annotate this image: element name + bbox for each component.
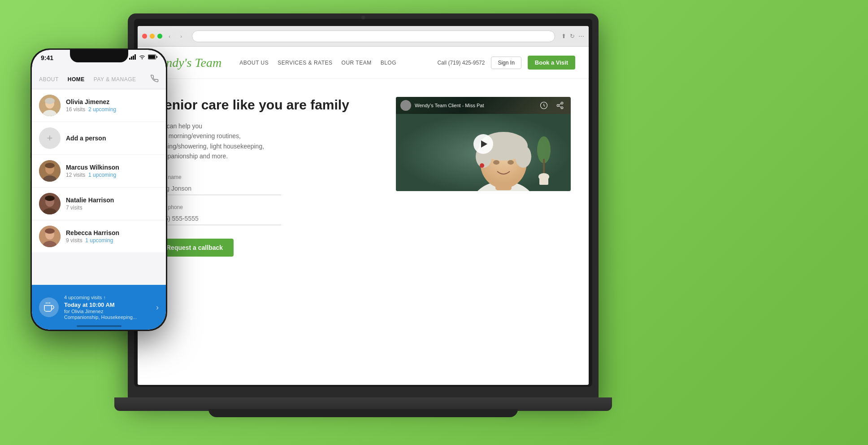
laptop-body: ‹ › ⬆ ↻ ⋯ Wendy's Team ABOUT US [128,13,599,399]
svg-point-15 [480,163,484,168]
list-item-olivia[interactable]: Olivia Jimenez 16 visits 2 upcoming [32,89,166,122]
phone-body: 9:41 ABOUT [30,48,167,331]
svg-rect-23 [135,54,136,60]
phone-inner: 9:41 ABOUT [32,50,166,330]
video-title: Wendy's Team Client - Miss Pat [415,103,534,108]
avatar-natalie [39,193,61,214]
tab-about[interactable]: ABOUT [39,76,59,83]
browser-address-bar[interactable] [192,31,555,42]
wifi-icon [139,54,146,61]
laptop-camera [361,16,365,19]
phone-silent-button [30,107,31,120]
notif-main-line: Today at 10:00 AM [64,301,151,308]
phone-call-icon[interactable] [151,74,159,84]
site-header-right: Call (719) 425-9572 Sign In Book a Visit [437,56,575,70]
rebecca-name: Rebecca Harrison [66,229,159,236]
hero-video[interactable]: Wendy's Team Client - Miss Pat [396,97,571,191]
svg-point-2 [557,105,559,107]
notification-icon [39,297,59,317]
svg-point-14 [508,160,514,165]
browser-dot-minimize[interactable] [150,34,155,39]
avatar-rebecca [39,226,61,247]
tab-home[interactable]: HOME [68,76,85,83]
nav-services-rates[interactable]: SERVICES & RATES [278,60,332,66]
svg-point-13 [493,160,499,165]
form-name-label: Your name [156,174,378,180]
browser-share-icon[interactable]: ⬆ [561,33,566,39]
svg-rect-22 [133,56,134,60]
olivia-name: Olivia Jimenez [66,98,159,105]
natalie-name: Natalie Harrison [66,196,159,204]
website-content: Wendy's Team ABOUT US SERVICES & RATES O… [138,47,589,385]
phone-time: 9:41 [41,54,53,61]
laptop-screen-bezel: ‹ › ⬆ ↻ ⋯ Wendy's Team ABOUT US [134,19,592,387]
list-item-marcus[interactable]: Marcus Wilkinson 12 visits 1 upcoming [32,155,166,188]
browser-forward-button[interactable]: › [177,32,186,41]
svg-point-12 [515,145,531,168]
hero-desc-line3: bathing/showering, light housekeeping, [156,143,264,150]
phone-notification-bar[interactable]: 4 upcoming visits ↑ Today at 10:00 AM fo… [32,285,166,330]
avatar-marcus [39,160,61,182]
browser-toolbar: ⬆ ↻ ⋯ [561,33,584,39]
battery-icon [148,54,158,61]
phone-status-icons [129,54,158,61]
browser-dot-maximize[interactable] [157,34,162,39]
phone-tabs: ABOUT HOME PAY & MANAGE [32,70,166,89]
svg-point-31 [45,98,55,104]
phone: 9:41 ABOUT [30,48,167,331]
form-name-input[interactable] [156,182,281,195]
signal-icon [129,54,136,61]
site-header: Wendy's Team ABOUT US SERVICES & RATES O… [138,47,589,79]
site-phone: Call (719) 425-9572 [437,60,485,66]
list-item-rebecca[interactable]: Rebecca Harrison 9 visits 1 upcoming [32,220,166,253]
notif-sub-line2: Companionship, Housekeeping... [64,314,151,320]
browser-menu-icon[interactable]: ⋯ [578,33,584,39]
nav-blog[interactable]: BLOG [381,60,396,66]
browser-back-button[interactable]: ‹ [165,32,174,41]
rebecca-visits: 9 visits 1 upcoming [66,237,159,244]
video-watch-icon[interactable] [538,99,550,112]
list-item-add[interactable]: + Add a person [32,122,166,155]
site-nav: ABOUT US SERVICES & RATES OUR TEAM BLOG [239,60,428,66]
olivia-info: Olivia Jimenez 16 visits 2 upcoming [66,98,159,113]
book-visit-button[interactable]: Book a Visit [528,56,575,70]
svg-point-39 [45,196,55,201]
svg-rect-21 [131,57,132,60]
list-item-natalie[interactable]: Natalie Harrison 7 visits [32,188,166,220]
laptop-screen: ‹ › ⬆ ↻ ⋯ Wendy's Team ABOUT US [138,26,589,385]
video-share-icon[interactable] [554,99,566,112]
laptop-foot [208,409,518,417]
browser-dot-close[interactable] [142,34,147,39]
svg-rect-20 [129,58,130,60]
svg-rect-19 [539,176,548,185]
browser-chrome: ‹ › ⬆ ↻ ⋯ [138,26,589,47]
nav-about-us[interactable]: ABOUT US [239,60,269,66]
svg-point-3 [561,107,563,109]
svg-point-43 [45,228,55,234]
notification-arrow-icon: › [156,303,159,312]
video-top-bar: Wendy's Team Client - Miss Pat [396,97,571,114]
phone-screen: 9:41 ABOUT [32,50,166,330]
phone-power-button [167,120,167,149]
tab-pay-manage[interactable]: PAY & MANAGE [94,76,136,83]
notif-top-line: 4 upcoming visits ↑ [64,295,151,300]
phone-people-list: Olivia Jimenez 16 visits 2 upcoming + A [32,89,166,285]
olivia-visits: 16 visits 2 upcoming [66,106,159,113]
play-icon [481,140,487,148]
hero-left: Senior care like you are family We can h… [156,97,378,257]
form-phone-label: Your phone [156,204,378,210]
callback-button[interactable]: Request a callback [156,239,234,257]
hero-title: Senior care like you are family [156,97,378,113]
phone-notch [70,50,128,62]
svg-line-5 [559,104,561,105]
site-hero: Senior care like you are family We can h… [138,79,589,270]
browser-refresh-icon[interactable]: ↻ [570,33,575,39]
signin-button[interactable]: Sign In [491,57,521,69]
svg-point-35 [45,163,55,168]
video-play-button[interactable] [473,134,493,154]
home-indicator [77,325,122,327]
form-phone-input[interactable] [156,212,281,225]
video-avatar [400,100,411,111]
nav-our-team[interactable]: OUR TEAM [342,60,372,66]
marcus-info: Marcus Wilkinson 12 visits 1 upcoming [66,164,159,178]
